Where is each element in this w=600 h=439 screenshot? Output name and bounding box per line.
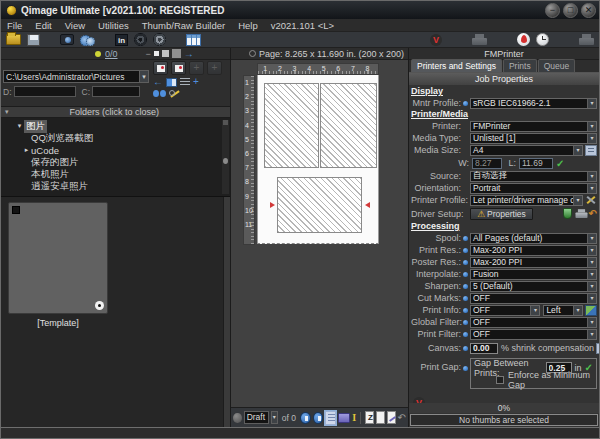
poster-res-select[interactable]: Max-200 PPI ▾ [470,257,597,268]
maximize-button[interactable]: □ [563,3,578,18]
add-folder-icon[interactable]: + [193,77,199,87]
global-filter-select[interactable]: OFF ▾ [470,317,597,328]
enforce-minimum-gap-checkbox[interactable] [496,376,504,384]
refresh-icon[interactable]: ↶ [398,413,406,423]
media-size-list-icon[interactable] [585,145,597,156]
dropdown-icon[interactable]: ▾ [587,330,596,339]
print-list-icon[interactable] [325,411,336,425]
menu-utilities[interactable]: Utilities [98,20,129,31]
dropdown-icon[interactable]: ▾ [587,122,596,131]
option-dot-icon[interactable] [463,101,468,106]
path-combobox[interactable]: C:\Users\Administrator\Pictures ▾ [3,70,149,83]
history-clock-icon[interactable] [536,33,549,46]
image-view-2-button[interactable] [171,61,186,75]
layout-folder-icon[interactable] [338,413,350,423]
dropdown-icon[interactable]: ▾ [587,270,596,279]
in-badge-icon[interactable]: in [115,34,128,46]
print-cell-2[interactable] [320,83,377,168]
print-queue-icon[interactable] [472,34,487,46]
source-select[interactable]: 自动选择 ▾ [470,171,597,182]
option-dot-icon[interactable] [463,236,468,241]
dropdown-icon[interactable]: ▾ [587,184,596,193]
next-page-icon[interactable] [313,412,324,424]
folder-label[interactable]: 逍遥安卓照片 [31,180,88,193]
option-dot-icon[interactable] [463,248,468,253]
tree-item-pictures[interactable]: ▾ 图片 [1,120,230,132]
size-medium-icon[interactable] [162,50,169,57]
sleep-page-icon[interactable] [365,411,374,424]
cut-marks-select[interactable]: OFF ▾ [470,293,597,304]
settings-gears-icon[interactable] [80,34,95,46]
search-binoculars-icon[interactable] [153,90,166,98]
prev-page-icon[interactable] [300,412,311,424]
image-view-button[interactable] [153,61,168,75]
undo-icon[interactable]: ↶ [589,209,597,219]
print-info-photo-icon[interactable] [585,305,597,316]
print-filter-select[interactable]: OFF ▾ [470,329,597,340]
size-large-icon[interactable] [172,49,181,58]
back-arrow-icon[interactable]: ← [153,77,163,87]
canvas-note-icon[interactable] [596,343,599,354]
sharpen-select[interactable]: 5 (Default) ▾ [470,281,597,292]
tree-scrollbar[interactable] [222,120,229,194]
interpolate-select[interactable]: Fusion ▾ [470,269,597,280]
d-filter-input[interactable] [14,86,76,97]
minimize-button[interactable]: − [545,3,560,18]
tab-printers-and-settings[interactable]: Printers and Settings [411,59,502,72]
tree-item-android-photos[interactable]: 逍遥安卓照片 [1,180,230,192]
dropdown-icon[interactable]: ▾ [573,146,582,155]
option-dot-icon[interactable] [463,346,468,351]
option-dot-icon[interactable] [463,284,468,289]
tab-queue[interactable]: Queue [538,59,576,72]
tree-item-ucode[interactable]: ▸ uCode [1,144,230,156]
tree-item-qq-screenshots[interactable]: QQ浏览器截图 [1,132,230,144]
dropdown-icon[interactable]: ▾ [587,258,596,267]
option-dot-icon[interactable] [463,320,468,325]
media-size-select[interactable]: A4 ▾ [470,145,583,156]
print-info-position-select[interactable]: Left ▾ [543,305,583,316]
quality-select[interactable]: Draft [244,411,269,424]
list-view-icon[interactable] [180,78,190,86]
profile-tools-icon[interactable] [585,195,597,206]
collapse-icon[interactable]: ▾ [5,108,9,116]
thumb-size-selector[interactable]: − → [146,49,194,59]
canvas-input[interactable] [470,343,498,354]
folder-label[interactable]: uCode [31,145,59,156]
option-dot-icon[interactable] [463,296,468,301]
cd-icon[interactable] [153,33,166,46]
print-cell-1[interactable] [264,83,319,168]
option-dot-icon[interactable] [463,366,468,371]
size-arrow-icon[interactable]: → [184,50,194,58]
dropdown-icon[interactable]: ▾ [587,294,596,303]
camera-icon[interactable] [60,34,74,45]
expand-icon[interactable]: ▾ [15,122,24,130]
folders-header-bar[interactable]: ▾ Folders (click to close) [1,106,230,118]
option-dot-icon[interactable] [463,272,468,277]
option-dot-icon[interactable] [463,260,468,265]
menu-edit[interactable]: Edit [35,20,51,31]
tree-item-local-photos[interactable]: 本机照片 [1,168,230,180]
menu-help[interactable]: Help [238,20,258,31]
page-sheet[interactable] [257,75,379,244]
info-icon[interactable]: I [352,412,356,423]
printer-small-icon[interactable] [575,209,587,219]
tools-wrench-icon[interactable] [169,89,181,99]
open-folder-icon[interactable] [6,34,21,45]
new-page-icon[interactable] [376,411,385,424]
thumbs-scrollbar[interactable] [223,197,230,427]
dropdown-icon[interactable]: ▾ [587,282,596,291]
spool-select[interactable]: All Pages (default) ▾ [470,233,597,244]
print-res-select[interactable]: Max-200 PPI ▾ [470,245,597,256]
dropdown-icon[interactable]: ▾ [587,99,596,108]
page-radio-icon[interactable] [249,50,256,57]
print-info-select[interactable]: OFF ▾ [470,305,540,316]
tree-item-saved-pictures[interactable]: 保存的图片 [1,156,230,168]
dropdown-icon[interactable]: ▾ [271,411,278,424]
shield-icon[interactable] [563,208,572,219]
dropdown-icon[interactable]: ▾ [587,172,596,181]
dropdown-icon[interactable]: ▾ [587,318,596,327]
size-small-icon[interactable] [154,51,159,56]
album-icon[interactable] [166,78,177,87]
dropdown-icon[interactable]: ▾ [587,246,596,255]
menu-view[interactable]: View [65,20,85,31]
